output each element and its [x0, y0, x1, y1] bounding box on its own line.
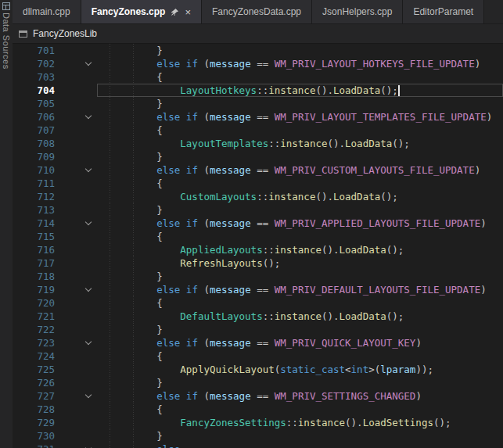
fold-margin[interactable]: [83, 336, 97, 349]
code-line[interactable]: 703 {: [13, 70, 503, 84]
fold-margin[interactable]: [83, 150, 97, 163]
glyph-margin[interactable]: [61, 416, 83, 429]
code-line-text[interactable]: CustomLayouts::instance().LoadData();: [97, 190, 503, 203]
fold-margin[interactable]: [83, 84, 97, 97]
glyph-margin[interactable]: [61, 84, 83, 97]
code-line-text[interactable]: else: [97, 443, 503, 448]
glyph-margin[interactable]: [61, 137, 83, 150]
glyph-margin[interactable]: [61, 363, 83, 376]
line-number[interactable]: 725: [13, 363, 61, 376]
code-line[interactable]: 704 LayoutHotkeys::instance().LoadData()…: [13, 84, 503, 97]
code-line[interactable]: 722 }: [13, 323, 503, 336]
line-number[interactable]: 707: [13, 124, 61, 137]
glyph-margin[interactable]: [61, 177, 83, 190]
fold-margin[interactable]: [83, 349, 97, 363]
glyph-margin[interactable]: [61, 163, 83, 177]
code-line[interactable]: 708 LayoutTemplates::instance().LoadData…: [13, 137, 503, 150]
glyph-margin[interactable]: [61, 44, 83, 57]
fold-margin[interactable]: [83, 283, 97, 296]
line-number[interactable]: 729: [13, 416, 61, 429]
fold-margin[interactable]: [83, 177, 97, 190]
tab-dllmain[interactable]: dllmain.cpp: [13, 0, 81, 23]
fold-margin[interactable]: [83, 443, 97, 448]
code-line[interactable]: 726 }: [13, 376, 503, 389]
code-line-text[interactable]: else if (message == WM_PRIV_SETTINGS_CHA…: [97, 389, 503, 403]
code-line-text[interactable]: LayoutTemplates::instance().LoadData();: [97, 137, 503, 150]
glyph-margin[interactable]: [61, 403, 83, 416]
glyph-margin[interactable]: [61, 310, 83, 323]
code-line[interactable]: 705 }: [13, 97, 503, 110]
code-line-text[interactable]: else if (message == WM_PRIV_DEFAULT_LAYO…: [97, 283, 503, 296]
glyph-margin[interactable]: [61, 230, 83, 243]
code-line[interactable]: 725 ApplyQuickLayout(static_cast<int>(lp…: [13, 363, 503, 376]
code-line-text[interactable]: }: [97, 203, 503, 217]
fold-collapse-icon[interactable]: [85, 166, 92, 172]
fold-collapse-icon[interactable]: [85, 113, 92, 119]
glyph-margin[interactable]: [61, 150, 83, 163]
glyph-margin[interactable]: [61, 376, 83, 389]
code-line-text[interactable]: else if (message == WM_PRIV_APPLIED_LAYO…: [97, 217, 503, 230]
fold-margin[interactable]: [83, 376, 97, 389]
line-number[interactable]: 716: [13, 243, 61, 256]
code-line-text[interactable]: RefreshLayouts();: [97, 256, 503, 270]
line-number[interactable]: 726: [13, 376, 61, 389]
line-number[interactable]: 714: [13, 217, 61, 230]
fold-margin[interactable]: [83, 416, 97, 429]
code-line[interactable]: 714 else if (message == WM_PRIV_APPLIED_…: [13, 217, 503, 230]
glyph-margin[interactable]: [61, 296, 83, 310]
code-line[interactable]: 721 DefaultLayouts::instance().LoadData(…: [13, 310, 503, 323]
fold-margin[interactable]: [83, 190, 97, 203]
code-line[interactable]: 718 }: [13, 270, 503, 283]
line-number[interactable]: 706: [13, 110, 61, 124]
glyph-margin[interactable]: [61, 190, 83, 203]
code-line[interactable]: 724 {: [13, 349, 503, 363]
fold-collapse-icon[interactable]: [85, 59, 92, 66]
fold-collapse-icon[interactable]: [85, 219, 92, 225]
code-line-text[interactable]: FancyZonesSettings::instance().LoadSetti…: [97, 416, 503, 429]
fold-collapse-icon[interactable]: [85, 392, 92, 398]
code-line-text[interactable]: else if (message == WM_PRIV_LAYOUT_HOTKE…: [97, 57, 503, 70]
line-number[interactable]: 717: [13, 256, 61, 270]
glyph-margin[interactable]: [61, 203, 83, 217]
fold-margin[interactable]: [83, 296, 97, 310]
line-number[interactable]: 722: [13, 323, 61, 336]
fold-margin[interactable]: [83, 270, 97, 283]
code-line-text[interactable]: DefaultLayouts::instance().LoadData();: [97, 310, 503, 323]
line-number[interactable]: 730: [13, 429, 61, 443]
fold-margin[interactable]: [83, 217, 97, 230]
code-line-text[interactable]: else if (message == WM_PRIV_QUICK_LAYOUT…: [97, 336, 503, 349]
fold-margin[interactable]: [83, 310, 97, 323]
fold-margin[interactable]: [83, 403, 97, 416]
line-number[interactable]: 721: [13, 310, 61, 323]
code-line-text[interactable]: {: [97, 177, 503, 190]
fold-margin[interactable]: [83, 323, 97, 336]
code-line-text[interactable]: {: [97, 403, 503, 416]
line-number[interactable]: 715: [13, 230, 61, 243]
glyph-margin[interactable]: [61, 323, 83, 336]
code-line[interactable]: 717 RefreshLayouts();: [13, 256, 503, 270]
line-number[interactable]: 705: [13, 97, 61, 110]
code-line[interactable]: 719 else if (message == WM_PRIV_DEFAULT_…: [13, 283, 503, 296]
code-line[interactable]: 731 else: [13, 443, 503, 448]
code-line-text[interactable]: else if (message == WM_PRIV_CUSTOM_LAYOU…: [97, 163, 503, 177]
fold-margin[interactable]: [83, 70, 97, 84]
fold-margin[interactable]: [83, 110, 97, 124]
line-number[interactable]: 704: [13, 84, 61, 97]
code-line[interactable]: 709 }: [13, 150, 503, 163]
line-number[interactable]: 713: [13, 203, 61, 217]
fold-margin[interactable]: [83, 97, 97, 110]
code-line[interactable]: 706 else if (message == WM_PRIV_LAYOUT_T…: [13, 110, 503, 124]
fold-collapse-icon[interactable]: [85, 285, 92, 292]
glyph-margin[interactable]: [61, 443, 83, 448]
fold-margin[interactable]: [83, 389, 97, 403]
code-line[interactable]: 727 else if (message == WM_PRIV_SETTINGS…: [13, 389, 503, 403]
glyph-margin[interactable]: [61, 389, 83, 403]
code-line[interactable]: 730 }: [13, 429, 503, 443]
tab-fancyzones[interactable]: FancyZones.cpp ×: [81, 0, 202, 23]
fold-margin[interactable]: [83, 363, 97, 376]
fold-margin[interactable]: [83, 163, 97, 177]
glyph-margin[interactable]: [61, 283, 83, 296]
code-line-text[interactable]: else if (message == WM_PRIV_LAYOUT_TEMPL…: [97, 110, 503, 124]
tab-jsonhelpers[interactable]: JsonHelpers.cpp: [312, 0, 403, 23]
tab-fancyzonesdata[interactable]: FancyZonesData.cpp: [202, 0, 312, 23]
